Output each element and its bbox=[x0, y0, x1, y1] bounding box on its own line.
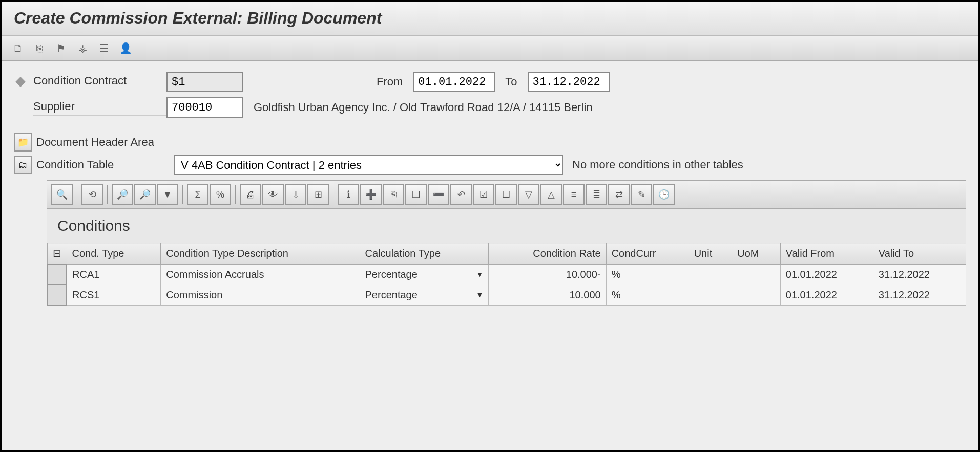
find-next-button[interactable]: 🔎 bbox=[134, 184, 156, 205]
row-selector[interactable] bbox=[47, 285, 67, 305]
cond-table-select[interactable]: V 4AB Condition Contract | 2 entries bbox=[174, 155, 563, 175]
doc-header-expand-button[interactable]: 📁 bbox=[14, 133, 32, 152]
detail-button[interactable]: 🔍 bbox=[51, 184, 73, 205]
duplicate-button[interactable]: ❏ bbox=[405, 184, 427, 205]
contract-label: Condition Contract bbox=[33, 74, 166, 90]
table-header-row: ⊟ Cond. Type Condition Type Description … bbox=[47, 243, 966, 265]
filter-icon: ▼ bbox=[163, 189, 172, 200]
contract-input[interactable] bbox=[166, 72, 243, 92]
other-document-icon[interactable]: ⎘ bbox=[31, 40, 48, 56]
col-calc-type[interactable]: Calculation Type bbox=[360, 243, 489, 265]
page-title: Create Commission External: Billing Docu… bbox=[14, 9, 966, 28]
cell-cond-curr[interactable]: % bbox=[606, 285, 689, 305]
col-cond-type[interactable]: Cond. Type bbox=[67, 243, 161, 265]
col-cond-desc[interactable]: Condition Type Description bbox=[161, 243, 360, 265]
flag-icon[interactable]: ⚑ bbox=[53, 40, 69, 56]
cell-calc-type[interactable]: Percentage ▼ bbox=[360, 264, 489, 285]
col-cond-rate[interactable]: Condition Rate bbox=[489, 243, 606, 265]
cell-cond-desc[interactable]: Commission bbox=[161, 285, 360, 305]
select-all-button[interactable]: ☑ bbox=[473, 184, 494, 205]
sort-desc-button[interactable]: △ bbox=[540, 184, 562, 205]
row-select-header[interactable]: ⊟ bbox=[47, 243, 67, 265]
layout-button[interactable]: ⊞ bbox=[307, 184, 329, 205]
cell-cond-type[interactable]: RCA1 bbox=[67, 264, 161, 285]
diamond-icon bbox=[15, 77, 26, 87]
info-icon: ℹ bbox=[347, 189, 350, 200]
filter-button[interactable]: ▼ bbox=[157, 184, 178, 205]
copy-row-button[interactable]: ⎘ bbox=[383, 184, 404, 205]
column-2-button[interactable]: ≣ bbox=[586, 184, 607, 205]
cell-valid-to[interactable]: 31.12.2022 bbox=[873, 264, 966, 285]
cell-uom[interactable] bbox=[732, 264, 781, 285]
supplier-label: Supplier bbox=[33, 100, 166, 116]
time-icon: 🕒 bbox=[658, 189, 670, 200]
insert-row-button[interactable]: ➕ bbox=[360, 184, 382, 205]
cell-calc-type[interactable]: Percentage ▼ bbox=[360, 285, 489, 305]
contract-row: Condition Contract From To bbox=[14, 72, 966, 92]
cell-uom[interactable] bbox=[732, 285, 781, 305]
person-icon[interactable]: 👤 bbox=[117, 40, 134, 56]
cell-unit[interactable] bbox=[689, 264, 732, 285]
print-button[interactable]: 🖨 bbox=[240, 184, 261, 205]
subtotal-icon: % bbox=[216, 189, 224, 200]
delete-row-button[interactable]: ➖ bbox=[428, 184, 449, 205]
view-button[interactable]: 👁 bbox=[262, 184, 284, 205]
swap-button[interactable]: ⇄ bbox=[608, 184, 630, 205]
to-label: To bbox=[505, 75, 517, 89]
grid-title: Conditions bbox=[47, 209, 966, 243]
undo-icon: ↶ bbox=[457, 189, 465, 200]
cell-valid-from[interactable]: 01.01.2022 bbox=[780, 264, 873, 285]
cond-table-label: Condition Table bbox=[36, 158, 159, 171]
layout-icon: ⊞ bbox=[315, 189, 322, 200]
conditions-table: ⊟ Cond. Type Condition Type Description … bbox=[47, 243, 966, 306]
undo-button[interactable]: ↶ bbox=[450, 184, 472, 205]
hierarchy-icon[interactable]: ⚶ bbox=[74, 40, 91, 56]
list-icon[interactable]: ☰ bbox=[96, 40, 112, 56]
cell-valid-to[interactable]: 31.12.2022 bbox=[873, 285, 966, 305]
cond-table-expand-button[interactable]: 🗂 bbox=[14, 156, 32, 174]
cell-cond-type[interactable]: RCS1 bbox=[67, 285, 161, 305]
refresh-icon: ⟲ bbox=[89, 189, 96, 200]
window: Create Commission External: Billing Docu… bbox=[0, 0, 980, 452]
col-uom[interactable]: UoM bbox=[732, 243, 781, 265]
edit-button[interactable]: ✎ bbox=[631, 184, 652, 205]
refresh-button[interactable]: ⟲ bbox=[81, 184, 103, 205]
deselect-all-button[interactable]: ☐ bbox=[495, 184, 517, 205]
table-row[interactable]: RCS1 Commission Percentage ▼ 10.000 % bbox=[47, 285, 966, 305]
view-icon: 👁 bbox=[268, 189, 278, 200]
col-cond-curr[interactable]: CondCurr bbox=[606, 243, 689, 265]
cell-cond-rate[interactable]: 10.000- bbox=[489, 264, 606, 285]
col-valid-to[interactable]: Valid To bbox=[873, 243, 966, 265]
title-bar: Create Commission External: Billing Docu… bbox=[2, 2, 978, 36]
col-unit[interactable]: Unit bbox=[689, 243, 732, 265]
new-document-icon[interactable]: 🗋 bbox=[10, 40, 26, 56]
cell-cond-rate[interactable]: 10.000 bbox=[489, 285, 606, 305]
table-row[interactable]: RCA1 Commission Accruals Percentage ▼ 10… bbox=[47, 264, 966, 285]
column-1-button[interactable]: ≡ bbox=[563, 184, 585, 205]
info-button[interactable]: ℹ bbox=[338, 184, 359, 205]
col2-icon: ≣ bbox=[593, 189, 600, 200]
find-icon: 🔎 bbox=[117, 189, 128, 200]
cell-valid-from[interactable]: 01.01.2022 bbox=[780, 285, 873, 305]
find-button[interactable]: 🔎 bbox=[112, 184, 133, 205]
to-date-input[interactable] bbox=[528, 72, 610, 92]
export-button[interactable]: ⇩ bbox=[285, 184, 306, 205]
cell-cond-desc[interactable]: Commission Accruals bbox=[161, 264, 360, 285]
supplier-input[interactable] bbox=[166, 97, 243, 118]
from-label: From bbox=[377, 75, 403, 89]
from-date-input[interactable] bbox=[413, 72, 495, 92]
subtotal-button[interactable]: % bbox=[210, 184, 231, 205]
copy-icon: ⎘ bbox=[391, 189, 397, 200]
cell-cond-curr[interactable]: % bbox=[606, 264, 689, 285]
grid-toolbar: 🔍 ⟲ 🔎 🔎 ▼ Σ % 🖨 👁 ⇩ ⊞ ℹ ➕ ⎘ ❏ bbox=[47, 180, 966, 209]
sort-asc-button[interactable]: ▽ bbox=[518, 184, 539, 205]
duplicate-icon: ❏ bbox=[412, 189, 420, 200]
col-valid-from[interactable]: Valid From bbox=[780, 243, 873, 265]
time-button[interactable]: 🕒 bbox=[653, 184, 675, 205]
doc-header-section-row: 📁 Document Header Area bbox=[14, 133, 966, 152]
cell-unit[interactable] bbox=[689, 285, 732, 305]
chevron-down-icon: ▼ bbox=[476, 291, 484, 299]
sum-button[interactable]: Σ bbox=[187, 184, 208, 205]
edit-icon: ✎ bbox=[638, 189, 645, 200]
row-selector[interactable] bbox=[47, 264, 67, 285]
